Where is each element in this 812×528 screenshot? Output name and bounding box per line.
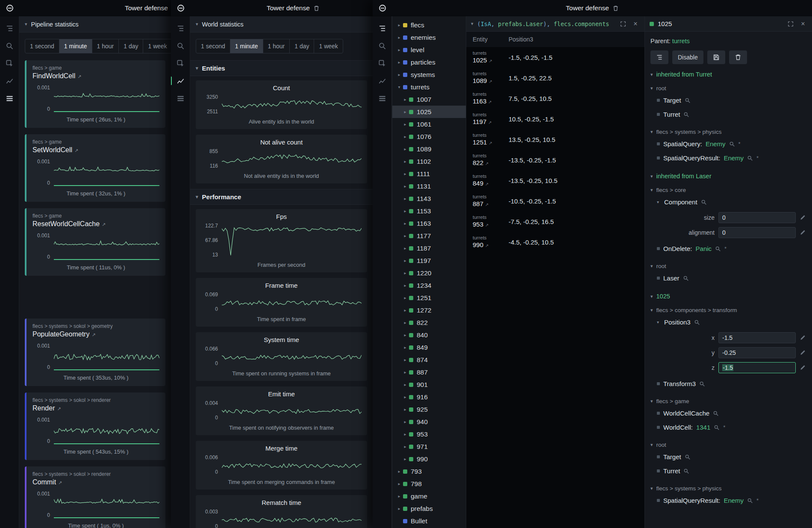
entity-id-link[interactable]: 1251↗ — [473, 139, 507, 146]
field-input-alignment[interactable]: 0 — [718, 227, 796, 238]
pencil-icon[interactable] — [800, 214, 806, 221]
component-row[interactable]: SpatialQueryResult:Enemy* — [650, 151, 806, 165]
magnifier-icon[interactable] — [694, 319, 700, 325]
entity-id-link[interactable]: 1025↗ — [473, 56, 507, 64]
component-row[interactable]: ▾Position3 — [650, 315, 806, 329]
component-row[interactable]: Turret — [650, 464, 806, 478]
time-tab-1-second[interactable]: 1 second — [25, 39, 59, 53]
magnifier-icon[interactable] — [747, 498, 753, 504]
search-icon[interactable] — [3, 39, 16, 53]
tree-item-1272[interactable]: ▸1272 — [392, 304, 466, 316]
tree-item-1076[interactable]: ▸1076 — [392, 130, 466, 143]
inspector-group-header[interactable]: ▾flecs > components > transform — [650, 305, 806, 315]
field-input-z[interactable]: -1.5 — [718, 362, 796, 373]
tree-item-level[interactable]: ▸level — [392, 44, 466, 56]
tree-item-874[interactable]: ▸874 — [392, 354, 466, 366]
tree-item-turrets[interactable]: ▾turrets — [392, 81, 466, 93]
query-result-row[interactable]: turrets1089↗1.5, -0.25, 22.5 — [466, 68, 644, 88]
query-result-row[interactable]: turrets1251↗13.5, -0.25, 10.5 — [466, 129, 644, 150]
query-expression-input[interactable]: (IsA, prefabs.Laser), flecs.components — [477, 21, 615, 27]
component-row[interactable]: Target — [650, 450, 806, 464]
titlebar[interactable]: Tower defense — [0, 0, 171, 16]
chart-icon[interactable] — [375, 74, 389, 88]
tree-item-game[interactable]: ▸game — [392, 490, 466, 502]
pipeline-panel-header[interactable]: ▾ Pipeline statistics — [19, 16, 171, 32]
entity-id-link[interactable]: 953↗ — [473, 221, 507, 228]
pencil-icon[interactable] — [800, 334, 806, 341]
flecs-logo-icon[interactable] — [6, 4, 14, 12]
titlebar[interactable]: Tower defense — [171, 0, 373, 16]
magnifier-icon[interactable] — [714, 425, 720, 431]
fullscreen-icon[interactable] — [619, 20, 627, 28]
search-icon[interactable] — [375, 39, 389, 53]
component-row[interactable]: Laser — [650, 271, 806, 285]
parent-link[interactable]: turrets — [672, 38, 690, 44]
tree-item-1197[interactable]: ▸1197 — [392, 254, 466, 267]
tree-item-916[interactable]: ▸916 — [392, 391, 466, 403]
magnifier-icon[interactable] — [683, 275, 689, 281]
component-target-link[interactable]: Panic — [696, 245, 712, 252]
time-tab-1-week[interactable]: 1 week — [314, 39, 342, 53]
magnifier-icon[interactable] — [685, 97, 691, 103]
magnifier-icon[interactable] — [683, 112, 689, 118]
query-result-row[interactable]: turrets887↗-10.5, -0.25, -1.5 — [466, 191, 644, 211]
inspect-icon[interactable] — [375, 56, 389, 70]
component-target-link[interactable]: Enemy — [724, 497, 744, 504]
disable-button[interactable]: Disable — [672, 50, 703, 64]
time-tab-1-day[interactable]: 1 day — [290, 39, 314, 53]
inspector-section-header[interactable]: ▾1025 — [650, 293, 806, 300]
magnifier-icon[interactable] — [699, 381, 705, 387]
trash-icon[interactable] — [313, 5, 320, 12]
time-tab-1-minute[interactable]: 1 minute — [230, 39, 263, 53]
world-panel-header[interactable]: ▾ World statistics — [190, 16, 373, 32]
tree-item-798[interactable]: ▸798 — [392, 478, 466, 490]
entity-id-link[interactable]: 822↗ — [473, 159, 507, 167]
flecs-logo-icon[interactable] — [177, 4, 185, 12]
tree-item-849[interactable]: ▸849 — [392, 341, 466, 354]
inspect-icon[interactable] — [174, 56, 187, 70]
magnifier-icon[interactable] — [729, 141, 735, 147]
inspector-group-header[interactable]: ▾flecs > core — [650, 185, 806, 195]
save-button[interactable] — [707, 50, 725, 64]
titlebar[interactable]: Tower defense — [373, 0, 812, 16]
tree-item-971[interactable]: ▸971 — [392, 440, 466, 453]
pencil-icon[interactable] — [800, 229, 806, 236]
stat-name[interactable]: Commit↗ — [32, 478, 159, 486]
tree-item-840[interactable]: ▸840 — [392, 329, 466, 341]
component-target-link[interactable]: Enemy — [724, 154, 744, 162]
tree-item-1111[interactable]: ▸1111 — [392, 168, 466, 180]
flecs-logo-icon[interactable] — [378, 4, 387, 12]
chart-icon[interactable] — [3, 74, 16, 88]
time-tab-1-week[interactable]: 1 week — [143, 39, 171, 53]
stat-name[interactable]: Render↗ — [32, 404, 159, 412]
close-icon[interactable]: × — [631, 20, 640, 28]
component-row[interactable]: SpatialQuery:Enemy* — [650, 137, 806, 151]
query-result-row[interactable]: turrets1025↗-1.5, -0.25, -1.5 — [466, 47, 644, 68]
tree-item-953[interactable]: ▸953 — [392, 428, 466, 440]
tree-item-940[interactable]: ▸940 — [392, 416, 466, 428]
component-target-link[interactable]: 1341 — [696, 424, 710, 431]
tree-item-1143[interactable]: ▸1143 — [392, 192, 466, 205]
tree-item-1007[interactable]: ▸1007 — [392, 93, 466, 106]
tree-item-990[interactable]: ▸990 — [392, 453, 466, 465]
query-result-row[interactable]: turrets1197↗10.5, -0.25, -1.5 — [466, 109, 644, 129]
stat-name[interactable]: ResetWorldCellCache↗ — [32, 220, 159, 228]
tree-item-925[interactable]: ▸925 — [392, 403, 466, 416]
tree-item-flecs[interactable]: ▸flecs — [392, 19, 466, 31]
inspector-group-header[interactable]: ▾flecs > systems > physics — [650, 483, 806, 493]
component-row[interactable]: WorldCell:1341* — [650, 420, 806, 434]
component-row[interactable]: SpatialQueryResult:Enemy* — [650, 493, 806, 507]
pencil-icon[interactable] — [800, 364, 806, 371]
query-result-row[interactable]: turrets1163↗7.5, -0.25, 10.5 — [466, 88, 644, 109]
query-result-row[interactable]: turrets953↗-7.5, -0.25, 16.5 — [466, 211, 644, 232]
tree-item-1153[interactable]: ▸1153 — [392, 205, 466, 217]
delete-button[interactable] — [729, 50, 747, 64]
tree-item-901[interactable]: ▸901 — [392, 378, 466, 391]
entity-id-link[interactable]: 849↗ — [473, 180, 507, 187]
tree-item-1102[interactable]: ▸1102 — [392, 155, 466, 168]
tree-item-1131[interactable]: ▸1131 — [392, 180, 466, 192]
tree-item-1177[interactable]: ▸1177 — [392, 230, 466, 242]
entity-id-link[interactable]: 1197↗ — [473, 118, 507, 126]
tree-icon[interactable] — [3, 21, 16, 35]
tree-item-793[interactable]: ▸793 — [392, 465, 466, 478]
